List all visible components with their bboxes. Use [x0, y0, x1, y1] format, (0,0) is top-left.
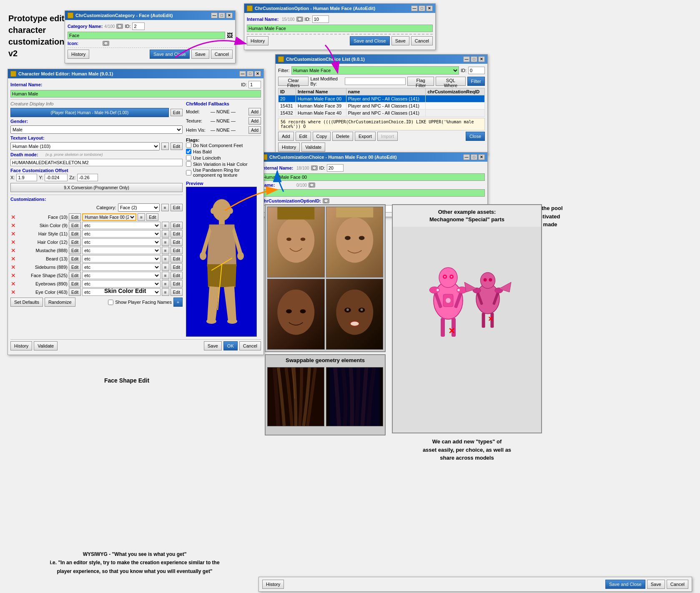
gender-select[interactable]: Male	[10, 125, 183, 134]
cm-minimize-btn[interactable]: —	[239, 71, 246, 77]
randomize-btn[interactable]: Randomize	[45, 298, 75, 307]
cust-beard-list-btn[interactable]: ≡	[162, 255, 169, 263]
texture-layout-icon-btn[interactable]: ≡	[161, 143, 169, 150]
cm-iname-input[interactable]	[10, 90, 261, 98]
cust-skin-select[interactable]: etc	[82, 222, 161, 229]
creature-edit-btn[interactable]: Edit	[171, 109, 183, 116]
table-row[interactable]: 15432 Human Male Face 40 Player and NPC …	[278, 110, 485, 117]
cust-eb-edit2-btn[interactable]: Edit	[171, 280, 183, 288]
category-close-btn[interactable]: ✕	[226, 13, 233, 18]
show-facing-names-cb[interactable]	[108, 300, 113, 305]
cust-hs-list-btn[interactable]: ≡	[162, 230, 169, 238]
sb-remove-btn[interactable]: ✕	[10, 264, 16, 270]
cust-face-list-btn[interactable]: ≡	[138, 213, 145, 221]
must-remove-btn[interactable]: ✕	[10, 247, 16, 254]
cust-ec-edit-btn[interactable]: Edit	[69, 288, 81, 296]
cust-must-edit2-btn[interactable]: Edit	[171, 247, 183, 254]
option-close-btn[interactable]: ✕	[426, 5, 433, 11]
cust-fs-edit2-btn[interactable]: Edit	[171, 272, 183, 279]
add-model-btn[interactable]: Add	[248, 108, 261, 115]
cm-id-input[interactable]	[248, 81, 261, 88]
clear-filters-btn[interactable]: Clear Filters	[278, 77, 309, 86]
cm-history-btn[interactable]: History	[10, 341, 32, 350]
ce-name-input[interactable]	[261, 173, 485, 181]
option-minimize-btn[interactable]: —	[411, 5, 418, 11]
flag-skin-hair-cb[interactable]	[186, 161, 191, 167]
cust-hs-select[interactable]: etc	[82, 230, 161, 238]
x-input[interactable]	[16, 174, 37, 181]
flag-loincloth-cb[interactable]	[186, 155, 191, 160]
edit-btn[interactable]: Edit	[296, 132, 311, 141]
set-defaults-btn[interactable]: Set Defaults	[10, 298, 43, 307]
option-maximize-btn[interactable]: □	[419, 5, 425, 11]
z-input[interactable]	[77, 174, 98, 181]
choice-list-minimize-btn[interactable]: —	[463, 56, 470, 62]
cm-maximize-btn[interactable]: □	[247, 71, 253, 77]
cust-eb-select[interactable]: etc	[82, 280, 161, 288]
opt-history-btn[interactable]: History	[247, 36, 268, 45]
delete-btn[interactable]: Delete	[332, 132, 353, 141]
opt-name-input[interactable]	[247, 25, 433, 32]
cust-sb-list-btn[interactable]: ≡	[162, 263, 169, 271]
cust-hc-edit-btn[interactable]: Edit	[69, 238, 81, 246]
cust-hc-edit2-btn[interactable]: Edit	[171, 238, 183, 246]
cust-face-select[interactable]: Human Male Face 00 (20)	[82, 213, 136, 221]
cust-ec-list-btn[interactable]: ≡	[162, 288, 169, 296]
cust-ec-edit2-btn[interactable]: Edit	[171, 288, 183, 296]
cm-validate-btn[interactable]: Validate	[34, 341, 58, 350]
opt-save-btn[interactable]: Save	[391, 36, 409, 45]
fs-remove-btn[interactable]: ✕	[10, 272, 16, 279]
cust-must-list-btn[interactable]: ≡	[162, 247, 169, 254]
cust-skin-edit2-btn[interactable]: Edit	[171, 222, 183, 229]
cust-beard-edit-btn[interactable]: Edit	[69, 255, 81, 263]
ce-minimize-btn[interactable]: —	[463, 154, 470, 160]
cust-fs-edit-btn[interactable]: Edit	[69, 272, 81, 279]
sql-where-btn[interactable]: SQL Where	[436, 77, 465, 86]
add-cust-btn[interactable]: +	[173, 298, 183, 307]
cm-close-btn[interactable]: ✕	[254, 71, 261, 77]
cm-ok-btn[interactable]: OK	[223, 341, 238, 350]
cust-eb-list-btn[interactable]: ≡	[162, 280, 169, 288]
ce-close-btn[interactable]: ✕	[478, 154, 485, 160]
choice-history-btn[interactable]: History	[278, 143, 300, 152]
add-btn[interactable]: Add	[278, 132, 294, 141]
hc-remove-btn[interactable]: ✕	[10, 239, 16, 245]
cust-sb-edit2-btn[interactable]: Edit	[171, 263, 183, 271]
validate-btn[interactable]: Validate	[301, 143, 325, 152]
choice-list-close-btn-2[interactable]: Close	[466, 132, 485, 141]
cust-must-edit-btn[interactable]: Edit	[69, 247, 81, 254]
opt-id-input[interactable]	[312, 15, 329, 23]
cust-hc-select[interactable]: etc	[82, 238, 161, 246]
opt-save-close-btn[interactable]: Save and Close	[350, 36, 390, 45]
import-btn[interactable]: Import	[377, 132, 398, 141]
cust-beard-select[interactable]: etc	[82, 255, 161, 263]
opt-cancel-btn[interactable]: Cancel	[411, 36, 433, 45]
texture-layout-select[interactable]: Human Male (103)	[10, 142, 160, 150]
filter-dropdown[interactable]: Human Male Face	[291, 66, 459, 75]
last-modified-input[interactable]	[345, 78, 406, 85]
cust-must-select[interactable]: etc	[82, 247, 161, 254]
cust-hs-edit-btn[interactable]: Edit	[69, 230, 81, 238]
cust-sb-select[interactable]: etc	[82, 263, 161, 271]
cat-history-btn[interactable]: History	[68, 50, 89, 59]
cust-skin-edit-btn[interactable]: Edit	[69, 222, 81, 229]
ce-id-input[interactable]	[327, 164, 344, 172]
beard-remove-btn[interactable]: ✕	[10, 255, 16, 262]
table-row[interactable]: 20 Human Male Face 00 Player and NPC - A…	[278, 95, 485, 103]
cust-beard-edit2-btn[interactable]: Edit	[171, 255, 183, 263]
y-input[interactable]	[45, 174, 68, 181]
flag-filter-btn[interactable]: Flag Filter	[407, 77, 434, 86]
copy-btn[interactable]: Copy	[313, 132, 331, 141]
add-texture-btn[interactable]: Add	[248, 117, 261, 125]
choice-list-close-btn[interactable]: ✕	[478, 56, 485, 62]
cm-cancel-btn[interactable]: Cancel	[239, 341, 261, 350]
category-minimize-btn[interactable]: —	[211, 13, 218, 18]
cat-id-input[interactable]	[132, 23, 145, 30]
category-edit-btn[interactable]: Edit	[171, 204, 183, 211]
category-maximize-btn[interactable]: □	[218, 13, 225, 18]
flag-no-feet-cb[interactable]	[186, 143, 191, 148]
programmer-btn[interactable]: 9.X Conversion (Programmer Only)	[10, 183, 183, 192]
bottom-cancel-btn[interactable]: Cancel	[667, 580, 688, 589]
choice-list-maximize-btn[interactable]: □	[471, 56, 477, 62]
cust-hc-list-btn[interactable]: ≡	[162, 238, 169, 246]
